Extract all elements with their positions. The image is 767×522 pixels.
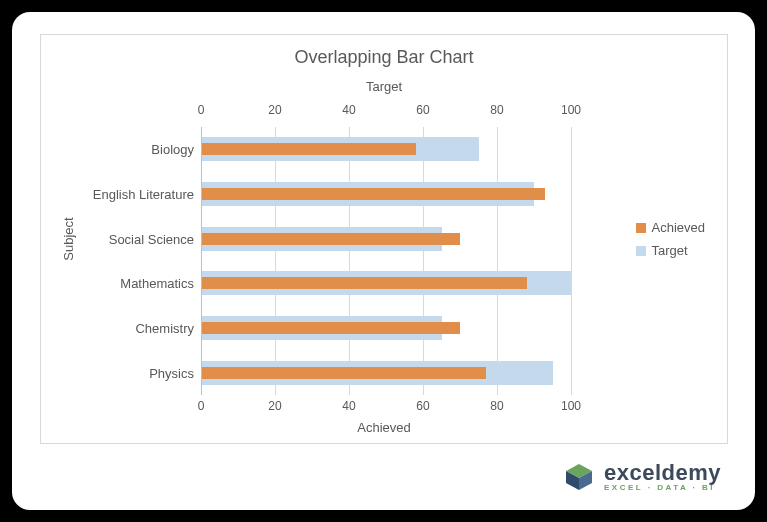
chart-frame: Overlapping Bar Chart Target Subject 020… [40,34,728,444]
bar-achieved [201,143,416,155]
brand-logo: exceldemy EXCEL · DATA · BI [562,462,721,492]
secondary-x-axis-label: Target [41,79,727,94]
card: Overlapping Bar Chart Target Subject 020… [12,12,755,510]
bar-achieved [201,367,486,379]
y-axis-line [201,127,202,395]
legend-label: Target [652,243,688,258]
bar-achieved [201,233,460,245]
category-label: English Literature [69,187,194,202]
tick-label: 40 [342,399,355,413]
primary-x-axis-label: Achieved [41,420,727,435]
bars-layer [201,127,571,395]
secondary-x-axis-ticks: 020406080100 [201,103,571,121]
bar-achieved [201,188,545,200]
category-label: Biology [69,142,194,157]
bar-achieved [201,277,527,289]
legend: Achieved Target [636,212,705,266]
chart-title: Overlapping Bar Chart [41,35,727,74]
tick-label: 60 [416,399,429,413]
plot-area [201,127,571,395]
bar-achieved [201,322,460,334]
gridline [571,127,572,395]
tick-label: 60 [416,103,429,117]
legend-label: Achieved [652,220,705,235]
brand-text: exceldemy EXCEL · DATA · BI [604,462,721,492]
square-icon [636,223,646,233]
category-labels: BiologyEnglish LiteratureSocial ScienceM… [69,127,194,395]
tick-label: 20 [268,103,281,117]
cube-icon [562,462,596,492]
square-icon [636,246,646,256]
category-label: Chemistry [69,321,194,336]
tick-label: 0 [198,399,205,413]
brand-name: exceldemy [604,462,721,484]
category-label: Physics [69,365,194,380]
tick-label: 100 [561,399,581,413]
brand-tagline: EXCEL · DATA · BI [604,484,721,492]
tick-label: 20 [268,399,281,413]
tick-label: 100 [561,103,581,117]
tick-label: 40 [342,103,355,117]
tick-label: 80 [490,103,503,117]
primary-x-axis-ticks: 020406080100 [201,399,571,417]
legend-item-target: Target [636,243,705,258]
tick-label: 0 [198,103,205,117]
legend-item-achieved: Achieved [636,220,705,235]
category-label: Social Science [69,231,194,246]
category-label: Mathematics [69,276,194,291]
tick-label: 80 [490,399,503,413]
